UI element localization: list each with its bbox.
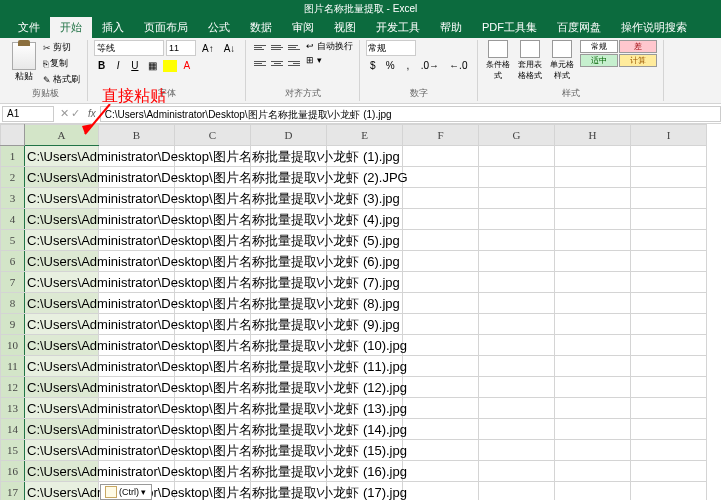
bold-button[interactable]: B	[94, 58, 109, 73]
cell-H9[interactable]	[555, 314, 631, 335]
cell-A16[interactable]: C:\Users\Administrator\Desktop\图片名称批量提取\…	[25, 461, 99, 482]
column-header-B[interactable]: B	[99, 125, 175, 146]
merge-button[interactable]: ⊞ ▾	[306, 55, 353, 65]
cell-A2[interactable]: C:\Users\Administrator\Desktop\图片名称批量提取\…	[25, 167, 99, 188]
cell-A14[interactable]: C:\Users\Administrator\Desktop\图片名称批量提取\…	[25, 419, 99, 440]
paste-options-button[interactable]: (Ctrl) ▾	[100, 484, 152, 500]
cell-G10[interactable]	[479, 335, 555, 356]
number-format-select[interactable]	[366, 40, 416, 56]
row-header-10[interactable]: 10	[1, 335, 25, 356]
column-header-E[interactable]: E	[327, 125, 403, 146]
cancel-formula-icon[interactable]: ✕	[60, 107, 69, 120]
align-top-button[interactable]	[252, 40, 268, 54]
cell-A11[interactable]: C:\Users\Administrator\Desktop\图片名称批量提取\…	[25, 356, 99, 377]
decrease-decimal-button[interactable]: ←.0	[445, 58, 471, 73]
cell-F6[interactable]	[403, 251, 479, 272]
cell-F3[interactable]	[403, 188, 479, 209]
cell-A10[interactable]: C:\Users\Administrator\Desktop\图片名称批量提取\…	[25, 335, 99, 356]
cell-H4[interactable]	[555, 209, 631, 230]
increase-font-button[interactable]: A↑	[198, 41, 218, 56]
cell-F14[interactable]	[403, 419, 479, 440]
cell-F17[interactable]	[403, 482, 479, 501]
cell-G12[interactable]	[479, 377, 555, 398]
cell-I8[interactable]	[631, 293, 707, 314]
comma-button[interactable]: ,	[401, 58, 415, 73]
cell-I13[interactable]	[631, 398, 707, 419]
cell-I11[interactable]	[631, 356, 707, 377]
cell-G16[interactable]	[479, 461, 555, 482]
currency-button[interactable]: $	[366, 58, 380, 73]
conditional-format-button[interactable]: 条件格式	[484, 40, 512, 81]
cell-A5[interactable]: C:\Users\Administrator\Desktop\图片名称批量提取\…	[25, 230, 99, 251]
accept-formula-icon[interactable]: ✓	[71, 107, 80, 120]
wrap-text-button[interactable]: ↩ 自动换行	[306, 40, 353, 53]
spreadsheet-grid[interactable]: ABCDEFGHI1C:\Users\Administrator\Desktop…	[0, 124, 721, 500]
style-good[interactable]: 适中	[580, 54, 618, 67]
cell-G9[interactable]	[479, 314, 555, 335]
cell-G13[interactable]	[479, 398, 555, 419]
cell-A6[interactable]: C:\Users\Administrator\Desktop\图片名称批量提取\…	[25, 251, 99, 272]
cell-H12[interactable]	[555, 377, 631, 398]
cell-F8[interactable]	[403, 293, 479, 314]
cell-F1[interactable]	[403, 146, 479, 167]
row-header-1[interactable]: 1	[1, 146, 25, 167]
cell-G5[interactable]	[479, 230, 555, 251]
tab-4[interactable]: 数据	[240, 17, 282, 38]
font-family-select[interactable]	[94, 40, 164, 56]
cell-F10[interactable]	[403, 335, 479, 356]
tab-8[interactable]: 帮助	[430, 17, 472, 38]
align-right-button[interactable]	[286, 56, 302, 70]
cell-A7[interactable]: C:\Users\Administrator\Desktop\图片名称批量提取\…	[25, 272, 99, 293]
cell-A15[interactable]: C:\Users\Administrator\Desktop\图片名称批量提取\…	[25, 440, 99, 461]
tab-0[interactable]: 开始	[50, 17, 92, 38]
column-header-H[interactable]: H	[555, 125, 631, 146]
cell-H7[interactable]	[555, 272, 631, 293]
cell-H3[interactable]	[555, 188, 631, 209]
align-bottom-button[interactable]	[286, 40, 302, 54]
cell-H15[interactable]	[555, 440, 631, 461]
table-format-button[interactable]: 套用表格格式	[516, 40, 544, 81]
fill-color-button[interactable]	[163, 60, 177, 72]
cell-I7[interactable]	[631, 272, 707, 293]
cell-styles-button[interactable]: 单元格样式	[548, 40, 576, 81]
cell-H16[interactable]	[555, 461, 631, 482]
style-normal[interactable]: 常规	[580, 40, 618, 53]
cell-H6[interactable]	[555, 251, 631, 272]
cell-H14[interactable]	[555, 419, 631, 440]
tab-1[interactable]: 插入	[92, 17, 134, 38]
formula-bar[interactable]: C:\Users\Administrator\Desktop\图片名称批量提取\…	[100, 106, 721, 122]
row-header-3[interactable]: 3	[1, 188, 25, 209]
cell-F5[interactable]	[403, 230, 479, 251]
cell-G8[interactable]	[479, 293, 555, 314]
cell-I6[interactable]	[631, 251, 707, 272]
tab-6[interactable]: 视图	[324, 17, 366, 38]
style-calc[interactable]: 计算	[619, 54, 657, 67]
row-header-7[interactable]: 7	[1, 272, 25, 293]
cell-H13[interactable]	[555, 398, 631, 419]
cell-G3[interactable]	[479, 188, 555, 209]
tab-9[interactable]: PDF工具集	[472, 17, 547, 38]
cell-A8[interactable]: C:\Users\Administrator\Desktop\图片名称批量提取\…	[25, 293, 99, 314]
select-all-corner[interactable]	[1, 125, 25, 146]
cell-G4[interactable]	[479, 209, 555, 230]
border-button[interactable]: ▦	[144, 58, 161, 73]
row-header-16[interactable]: 16	[1, 461, 25, 482]
cell-I9[interactable]	[631, 314, 707, 335]
cell-I10[interactable]	[631, 335, 707, 356]
cell-I1[interactable]	[631, 146, 707, 167]
cell-G1[interactable]	[479, 146, 555, 167]
cell-G2[interactable]	[479, 167, 555, 188]
cell-I15[interactable]	[631, 440, 707, 461]
cell-H1[interactable]	[555, 146, 631, 167]
align-left-button[interactable]	[252, 56, 268, 70]
fx-icon[interactable]: fx	[84, 108, 100, 119]
cell-F11[interactable]	[403, 356, 479, 377]
row-header-14[interactable]: 14	[1, 419, 25, 440]
cell-H5[interactable]	[555, 230, 631, 251]
tab-2[interactable]: 页面布局	[134, 17, 198, 38]
cell-G15[interactable]	[479, 440, 555, 461]
cell-A4[interactable]: C:\Users\Administrator\Desktop\图片名称批量提取\…	[25, 209, 99, 230]
cell-F15[interactable]	[403, 440, 479, 461]
row-header-6[interactable]: 6	[1, 251, 25, 272]
cell-A9[interactable]: C:\Users\Administrator\Desktop\图片名称批量提取\…	[25, 314, 99, 335]
